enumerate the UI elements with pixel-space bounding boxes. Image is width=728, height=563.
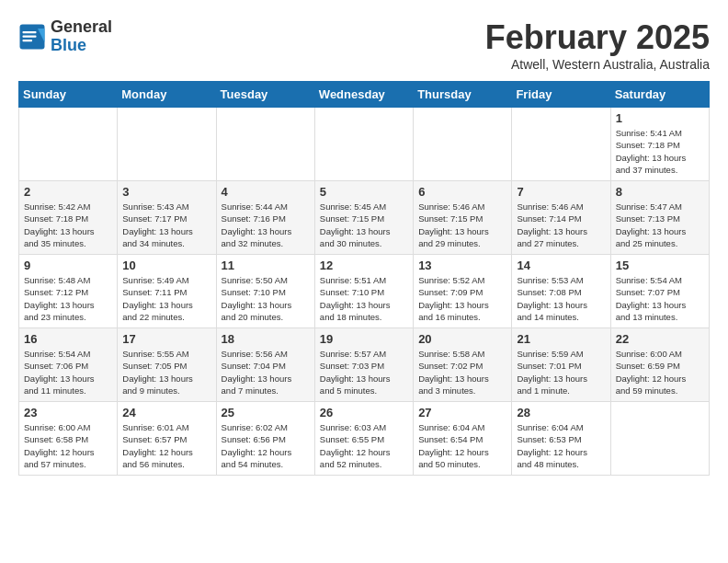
day-info: Sunrise: 5:42 AM Sunset: 7:18 PM Dayligh… bbox=[24, 201, 112, 249]
day-cell: 25Sunrise: 6:02 AM Sunset: 6:56 PM Dayli… bbox=[216, 402, 314, 476]
week-row-1: 1Sunrise: 5:41 AM Sunset: 7:18 PM Daylig… bbox=[19, 108, 710, 181]
day-cell: 23Sunrise: 6:00 AM Sunset: 6:58 PM Dayli… bbox=[19, 402, 118, 476]
day-number: 13 bbox=[418, 259, 506, 272]
day-number: 3 bbox=[122, 185, 210, 199]
weekday-header-thursday: Thursday bbox=[414, 82, 512, 108]
day-cell bbox=[118, 108, 216, 181]
logo: General Blue bbox=[18, 18, 112, 55]
weekday-header-friday: Friday bbox=[512, 82, 610, 108]
month-title: February 2025 bbox=[485, 18, 710, 57]
day-info: Sunrise: 5:44 AM Sunset: 7:16 PM Dayligh… bbox=[222, 201, 310, 249]
day-cell: 22Sunrise: 6:00 AM Sunset: 6:59 PM Dayli… bbox=[610, 328, 709, 402]
weekday-header-tuesday: Tuesday bbox=[216, 82, 314, 108]
day-cell: 19Sunrise: 5:57 AM Sunset: 7:03 PM Dayli… bbox=[314, 328, 413, 402]
day-cell: 27Sunrise: 6:04 AM Sunset: 6:54 PM Dayli… bbox=[414, 402, 512, 476]
day-cell: 20Sunrise: 5:58 AM Sunset: 7:02 PM Dayli… bbox=[414, 328, 512, 402]
day-cell: 15Sunrise: 5:54 AM Sunset: 7:07 PM Dayli… bbox=[610, 255, 709, 328]
day-number: 11 bbox=[222, 259, 310, 272]
day-cell bbox=[19, 108, 118, 181]
day-number: 14 bbox=[517, 259, 605, 272]
day-info: Sunrise: 5:48 AM Sunset: 7:12 PM Dayligh… bbox=[24, 274, 112, 323]
day-cell bbox=[314, 108, 413, 181]
day-number: 17 bbox=[122, 332, 210, 346]
day-info: Sunrise: 5:54 AM Sunset: 7:07 PM Dayligh… bbox=[616, 274, 704, 323]
day-number: 24 bbox=[122, 406, 210, 419]
day-number: 9 bbox=[24, 259, 112, 272]
day-number: 28 bbox=[517, 406, 605, 419]
day-info: Sunrise: 5:45 AM Sunset: 7:15 PM Dayligh… bbox=[320, 201, 408, 249]
day-info: Sunrise: 5:41 AM Sunset: 7:18 PM Dayligh… bbox=[616, 127, 704, 176]
svg-rect-2 bbox=[23, 31, 37, 33]
day-info: Sunrise: 5:47 AM Sunset: 7:13 PM Dayligh… bbox=[616, 201, 704, 249]
logo-text: General Blue bbox=[51, 18, 112, 55]
day-info: Sunrise: 5:46 AM Sunset: 7:15 PM Dayligh… bbox=[418, 201, 506, 249]
week-row-5: 23Sunrise: 6:00 AM Sunset: 6:58 PM Dayli… bbox=[19, 402, 710, 476]
day-number: 16 bbox=[24, 332, 112, 346]
day-info: Sunrise: 5:58 AM Sunset: 7:02 PM Dayligh… bbox=[418, 348, 506, 396]
day-info: Sunrise: 5:53 AM Sunset: 7:08 PM Dayligh… bbox=[517, 274, 605, 323]
day-number: 5 bbox=[320, 185, 408, 199]
day-info: Sunrise: 5:46 AM Sunset: 7:14 PM Dayligh… bbox=[517, 201, 605, 249]
day-cell bbox=[216, 108, 314, 181]
weekday-header-sunday: Sunday bbox=[19, 82, 118, 108]
day-number: 20 bbox=[418, 332, 506, 346]
day-info: Sunrise: 5:52 AM Sunset: 7:09 PM Dayligh… bbox=[418, 274, 506, 323]
day-number: 1 bbox=[616, 111, 704, 125]
week-row-4: 16Sunrise: 5:54 AM Sunset: 7:06 PM Dayli… bbox=[19, 328, 710, 402]
day-cell: 13Sunrise: 5:52 AM Sunset: 7:09 PM Dayli… bbox=[414, 255, 512, 328]
day-info: Sunrise: 5:55 AM Sunset: 7:05 PM Dayligh… bbox=[122, 348, 210, 396]
day-cell: 28Sunrise: 6:04 AM Sunset: 6:53 PM Dayli… bbox=[512, 402, 610, 476]
day-number: 12 bbox=[320, 259, 408, 272]
weekday-header-wednesday: Wednesday bbox=[314, 82, 413, 108]
day-number: 4 bbox=[222, 185, 310, 199]
page-header: General Blue February 2025 Atwell, Weste… bbox=[18, 18, 710, 72]
day-number: 18 bbox=[222, 332, 310, 346]
day-info: Sunrise: 6:04 AM Sunset: 6:54 PM Dayligh… bbox=[418, 421, 506, 470]
day-number: 6 bbox=[418, 185, 506, 199]
day-cell: 18Sunrise: 5:56 AM Sunset: 7:04 PM Dayli… bbox=[216, 328, 314, 402]
day-cell: 6Sunrise: 5:46 AM Sunset: 7:15 PM Daylig… bbox=[414, 181, 512, 255]
day-number: 21 bbox=[517, 332, 605, 346]
calendar-table: SundayMondayTuesdayWednesdayThursdayFrid… bbox=[18, 81, 710, 476]
day-info: Sunrise: 5:50 AM Sunset: 7:10 PM Dayligh… bbox=[222, 274, 310, 323]
day-info: Sunrise: 5:54 AM Sunset: 7:06 PM Dayligh… bbox=[24, 348, 112, 396]
day-number: 26 bbox=[320, 406, 408, 419]
day-info: Sunrise: 6:01 AM Sunset: 6:57 PM Dayligh… bbox=[122, 421, 210, 470]
day-info: Sunrise: 6:03 AM Sunset: 6:55 PM Dayligh… bbox=[320, 421, 408, 470]
day-cell: 10Sunrise: 5:49 AM Sunset: 7:11 PM Dayli… bbox=[118, 255, 216, 328]
day-cell: 9Sunrise: 5:48 AM Sunset: 7:12 PM Daylig… bbox=[19, 255, 118, 328]
day-cell: 2Sunrise: 5:42 AM Sunset: 7:18 PM Daylig… bbox=[19, 181, 118, 255]
day-info: Sunrise: 5:51 AM Sunset: 7:10 PM Dayligh… bbox=[320, 274, 408, 323]
day-info: Sunrise: 6:02 AM Sunset: 6:56 PM Dayligh… bbox=[222, 421, 310, 470]
day-cell bbox=[512, 108, 610, 181]
day-cell: 3Sunrise: 5:43 AM Sunset: 7:17 PM Daylig… bbox=[118, 181, 216, 255]
weekday-header-saturday: Saturday bbox=[610, 82, 709, 108]
svg-rect-4 bbox=[23, 40, 33, 41]
day-cell: 1Sunrise: 5:41 AM Sunset: 7:18 PM Daylig… bbox=[610, 108, 709, 181]
day-info: Sunrise: 5:43 AM Sunset: 7:17 PM Dayligh… bbox=[122, 201, 210, 249]
location-title: Atwell, Western Australia, Australia bbox=[485, 57, 710, 72]
week-row-2: 2Sunrise: 5:42 AM Sunset: 7:18 PM Daylig… bbox=[19, 181, 710, 255]
logo-general: General bbox=[51, 18, 112, 37]
day-number: 25 bbox=[222, 406, 310, 419]
weekday-header-monday: Monday bbox=[118, 82, 216, 108]
day-cell bbox=[414, 108, 512, 181]
day-cell: 17Sunrise: 5:55 AM Sunset: 7:05 PM Dayli… bbox=[118, 328, 216, 402]
day-number: 8 bbox=[616, 185, 704, 199]
day-number: 22 bbox=[616, 332, 704, 346]
day-cell: 21Sunrise: 5:59 AM Sunset: 7:01 PM Dayli… bbox=[512, 328, 610, 402]
logo-blue: Blue bbox=[51, 37, 112, 55]
day-info: Sunrise: 5:59 AM Sunset: 7:01 PM Dayligh… bbox=[517, 348, 605, 396]
title-section: February 2025 Atwell, Western Australia,… bbox=[485, 18, 710, 72]
day-number: 2 bbox=[24, 185, 112, 199]
day-number: 19 bbox=[320, 332, 408, 346]
day-cell: 5Sunrise: 5:45 AM Sunset: 7:15 PM Daylig… bbox=[314, 181, 413, 255]
day-info: Sunrise: 5:49 AM Sunset: 7:11 PM Dayligh… bbox=[122, 274, 210, 323]
day-number: 10 bbox=[122, 259, 210, 272]
day-number: 7 bbox=[517, 185, 605, 199]
day-cell: 8Sunrise: 5:47 AM Sunset: 7:13 PM Daylig… bbox=[610, 181, 709, 255]
day-cell: 16Sunrise: 5:54 AM Sunset: 7:06 PM Dayli… bbox=[19, 328, 118, 402]
day-number: 27 bbox=[418, 406, 506, 419]
week-row-3: 9Sunrise: 5:48 AM Sunset: 7:12 PM Daylig… bbox=[19, 255, 710, 328]
day-cell bbox=[610, 402, 709, 476]
